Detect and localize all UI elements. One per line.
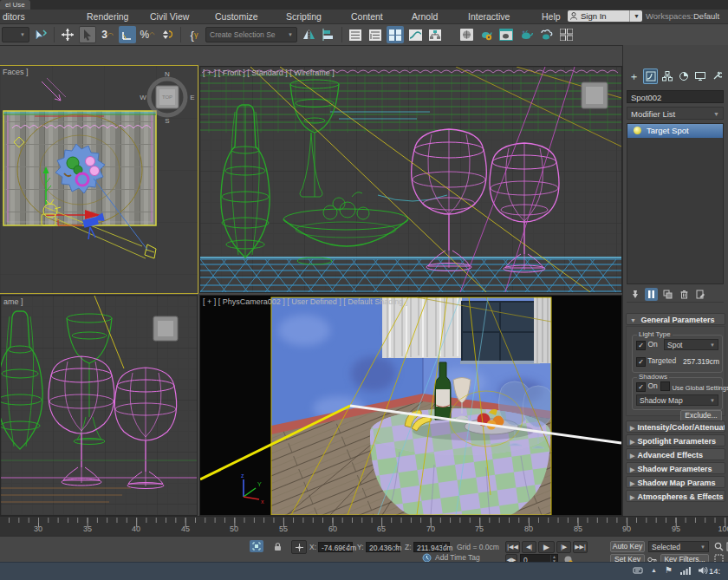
- modifier-stack-row[interactable]: Target Spot: [627, 124, 723, 138]
- zoom-extents-button[interactable]: [725, 540, 728, 552]
- windows-taskbar[interactable]: ▲ ⚑ 14:: [0, 562, 728, 580]
- menu-civil-view[interactable]: Civil View: [150, 10, 189, 23]
- viewcube[interactable]: [153, 316, 178, 341]
- menu-customize[interactable]: Customize: [215, 10, 258, 23]
- shadows-on-checkbox[interactable]: ✓ On: [636, 381, 658, 392]
- named-selection-set-dropdown[interactable]: Create Selection Se ▼: [205, 27, 297, 42]
- add-time-tag[interactable]: Add Time Tag: [435, 553, 480, 562]
- light-type-dropdown[interactable]: Spot ▼: [664, 339, 718, 350]
- menu-interactive[interactable]: Interactive: [468, 10, 510, 23]
- targeted-checkbox[interactable]: ✓ Targeted: [636, 356, 676, 367]
- menu-rendering[interactable]: Rendering: [87, 10, 128, 23]
- compass-n[interactable]: N: [165, 70, 170, 78]
- viewport-bottom-right[interactable]: [ + ] [ PhysCamera002 ] [ User Defined ]…: [199, 295, 622, 516]
- viewcube-top-label[interactable]: TOP: [162, 94, 172, 100]
- material-editor-button[interactable]: [458, 26, 475, 43]
- auto-key-button[interactable]: Auto Key: [610, 541, 645, 552]
- compass-e[interactable]: E: [190, 94, 194, 101]
- menu-content[interactable]: Content: [351, 10, 383, 23]
- next-frame-button[interactable]: |▶: [556, 541, 571, 553]
- workspace-dropdown[interactable]: Default: [693, 11, 719, 21]
- pin-stack-button[interactable]: [628, 288, 641, 301]
- compass-w[interactable]: W: [140, 94, 146, 101]
- snap-toggle-button[interactable]: 3◠: [99, 26, 116, 43]
- curve-editor-button[interactable]: [406, 26, 424, 43]
- menu-scripting[interactable]: Scripting: [286, 10, 322, 23]
- menu-arnold[interactable]: Arnold: [412, 10, 438, 23]
- scene-explorer-button[interactable]: [347, 26, 364, 43]
- z-coordinate-field[interactable]: 211.943cm▲▼: [413, 542, 450, 552]
- percent-snap-button[interactable]: %◠: [139, 26, 156, 43]
- viewport-top-left[interactable]: Faces ]: [0, 66, 198, 293]
- zoom-button[interactable]: [712, 540, 725, 552]
- selection-lock-toggle[interactable]: [270, 540, 284, 552]
- viewport-br-label[interactable]: [ + ] [ PhysCamera002 ] [ User Defined ]…: [203, 297, 407, 306]
- tray-expand-icon[interactable]: ▲: [651, 567, 657, 573]
- render-production-button[interactable]: [517, 26, 535, 43]
- sign-in-button[interactable]: Sign In ▼: [568, 10, 642, 22]
- viewport-bottom-left[interactable]: ame ]: [0, 295, 198, 516]
- isolate-selection-toggle[interactable]: [250, 540, 263, 552]
- angle-snap-button[interactable]: [119, 26, 136, 43]
- rollout-intensity-color-attenuation[interactable]: ▶Intensity/Color/Attenuation: [626, 420, 725, 433]
- selection-set-key-dropdown[interactable]: Selected▼: [648, 541, 709, 552]
- schematic-view-button[interactable]: [426, 26, 444, 43]
- tab-motion[interactable]: [676, 68, 691, 84]
- select-place-icon[interactable]: [32, 26, 49, 43]
- tray-flag-icon[interactable]: ⚑: [665, 565, 673, 575]
- rollout-atmospheres-effects[interactable]: ▶Atmospheres & Effects: [626, 490, 725, 502]
- rollout-spotlight-parameters[interactable]: ▶Spotlight Parameters: [626, 434, 725, 446]
- rollout-advanced-effects[interactable]: ▶Advanced Effects: [626, 448, 725, 460]
- render-cloud-button[interactable]: [537, 26, 555, 43]
- network-signal-icon[interactable]: [680, 566, 691, 575]
- y-coordinate-field[interactable]: 20.436cm▲▼: [366, 542, 400, 552]
- make-unique-button[interactable]: [661, 288, 674, 301]
- viewport-bl-label[interactable]: ame ]: [3, 297, 23, 306]
- use-global-settings-checkbox[interactable]: Use Global Settings: [660, 381, 728, 392]
- selection-filter-dropdown[interactable]: ▼: [2, 27, 29, 42]
- go-to-end-button[interactable]: ▶▶|: [573, 541, 588, 553]
- modifier-stack[interactable]: Target Spot: [627, 123, 724, 284]
- shadow-method-dropdown[interactable]: Shadow Map ▼: [636, 394, 718, 406]
- tray-app-icon[interactable]: [633, 566, 643, 575]
- object-name-field[interactable]: Spot002: [627, 90, 724, 103]
- align-button[interactable]: [320, 26, 337, 43]
- tab-utilities[interactable]: [709, 68, 724, 84]
- rollout-shadow-map-params[interactable]: ▶Shadow Map Params: [626, 476, 725, 488]
- spinner-icon[interactable]: ▲▼: [345, 543, 352, 551]
- show-end-result-button[interactable]: [645, 288, 658, 301]
- window-title-tab[interactable]: el Use: [0, 0, 30, 10]
- menu-help[interactable]: Help: [542, 10, 561, 23]
- tab-modify[interactable]: [643, 68, 658, 84]
- taskbar-clock[interactable]: 14:: [709, 566, 728, 576]
- timeline-track-bar[interactable]: 30 35 40 45 50 55 60 65 70 75 80 85 90 9…: [0, 516, 728, 537]
- rollout-shadow-parameters[interactable]: ▶Shadow Parameters: [626, 462, 725, 474]
- configure-modifier-sets-button[interactable]: [694, 288, 707, 301]
- viewport-tr-label[interactable]: [ + ] [ Front ] [ Standard ] [ Wireframe…: [203, 68, 335, 77]
- tab-create[interactable]: ＋: [627, 68, 641, 84]
- light-on-checkbox[interactable]: ✓ On: [636, 340, 658, 350]
- tab-hierarchy[interactable]: [660, 68, 674, 84]
- spinner-icon[interactable]: ▲▼: [442, 543, 449, 551]
- render-setup-button[interactable]: [478, 26, 495, 43]
- select-move-button[interactable]: [59, 26, 76, 43]
- previous-frame-button[interactable]: ◀|: [522, 541, 536, 553]
- viewcube[interactable]: [582, 82, 608, 108]
- viewport-top-right[interactable]: [ + ] [ Front ] [ Standard ] [ Wireframe…: [199, 66, 622, 293]
- modifier-list-dropdown[interactable]: Modifier List ▼: [627, 107, 724, 120]
- rendered-frame-window-button[interactable]: [497, 26, 515, 43]
- absolute-relative-coord-toggle[interactable]: [291, 540, 307, 554]
- viewport-tl-label[interactable]: Faces ]: [3, 68, 29, 76]
- x-coordinate-field[interactable]: -74.696cm▲▼: [318, 542, 353, 552]
- rollout-general-parameters[interactable]: ▼ General Parameters: [626, 313, 725, 325]
- spinner-icon[interactable]: ▲▼: [393, 543, 400, 551]
- ribbon-toggle-button[interactable]: [387, 26, 404, 43]
- target-distance-field[interactable]: 257.319cm: [683, 357, 719, 366]
- spinner-snap-button[interactable]: [159, 26, 176, 43]
- tab-display[interactable]: [692, 68, 707, 84]
- edit-named-selection-button[interactable]: {γ: [185, 26, 203, 43]
- remove-modifier-button[interactable]: [678, 288, 691, 301]
- play-button[interactable]: ▶: [538, 541, 555, 553]
- layer-explorer-button[interactable]: [367, 26, 384, 43]
- select-object-button[interactable]: [79, 26, 96, 43]
